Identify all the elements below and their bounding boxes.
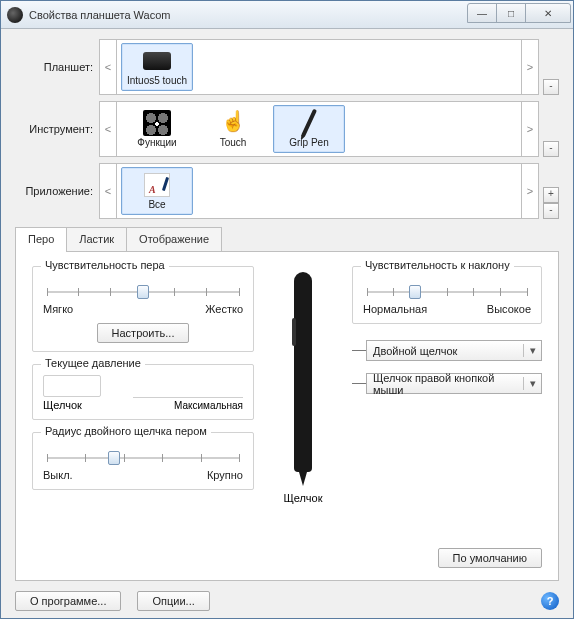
functions-icon bbox=[143, 110, 171, 136]
maximize-button[interactable]: □ bbox=[496, 3, 526, 23]
tab-strip: Перо Ластик Отображение bbox=[15, 227, 559, 251]
dblclick-slider[interactable] bbox=[47, 449, 239, 467]
tool-label: Инструмент: bbox=[15, 123, 99, 135]
pen-illustration bbox=[294, 272, 312, 472]
tilt-high-label: Высокое bbox=[487, 303, 531, 315]
tip-feel-soft-label: Мягко bbox=[43, 303, 73, 315]
pressure-click-label: Щелчок bbox=[43, 399, 101, 411]
upper-button-value: Двойной щелчок bbox=[367, 345, 523, 357]
group-current-pressure: Текущее давление Щелчок Максимальная bbox=[32, 364, 254, 420]
group-tilt: Чувствительность к наклону Нормальная Вы… bbox=[352, 266, 542, 324]
window-title: Свойства планшета Wacom bbox=[29, 9, 468, 21]
dblclick-large-label: Крупно bbox=[207, 469, 243, 481]
app-add-button[interactable]: + bbox=[543, 187, 559, 203]
tool-gallery: Функции ☝ Touch Grip Pen bbox=[117, 101, 521, 157]
options-button[interactable]: Опции... bbox=[137, 591, 209, 611]
customize-button[interactable]: Настроить... bbox=[97, 323, 190, 343]
tablet-gallery: Intuos5 touch bbox=[117, 39, 521, 95]
pen-icon bbox=[301, 109, 317, 138]
app-prev-button[interactable]: < bbox=[99, 163, 117, 219]
close-button[interactable]: ✕ bbox=[525, 3, 571, 23]
dblclick-title: Радиус двойного щелчка пером bbox=[41, 425, 211, 437]
pressure-title: Текущее давление bbox=[41, 357, 145, 369]
wacom-properties-window: Свойства планшета Wacom — □ ✕ Планшет: <… bbox=[0, 0, 574, 619]
tool-next-button[interactable]: > bbox=[521, 101, 539, 157]
tablet-label: Планшет: bbox=[15, 61, 99, 73]
tab-eraser[interactable]: Ластик bbox=[66, 227, 127, 251]
minimize-button[interactable]: — bbox=[467, 3, 497, 23]
lower-button-combo[interactable]: Щелчок правой кнопкой мыши ▾ bbox=[366, 373, 542, 394]
app-next-button[interactable]: > bbox=[521, 163, 539, 219]
tip-feel-slider[interactable] bbox=[47, 283, 239, 301]
touch-icon: ☝ bbox=[221, 109, 246, 133]
pressure-max-label: Максимальная bbox=[133, 400, 243, 411]
group-tip-feel: Чувствительность пера Мягко Жестко Настр… bbox=[32, 266, 254, 352]
chevron-down-icon: ▾ bbox=[523, 344, 541, 357]
upper-button-combo[interactable]: Двойной щелчок ▾ bbox=[366, 340, 542, 361]
tilt-slider[interactable] bbox=[367, 283, 527, 301]
pen-tip-label: Щелчок bbox=[284, 492, 323, 504]
tablet-icon bbox=[143, 52, 171, 70]
tab-pen[interactable]: Перо bbox=[15, 227, 67, 251]
tab-mapping[interactable]: Отображение bbox=[126, 227, 222, 251]
dblclick-off-label: Выкл. bbox=[43, 469, 73, 481]
tilt-normal-label: Нормальная bbox=[363, 303, 427, 315]
tool-item-functions[interactable]: Функции bbox=[121, 105, 193, 153]
tilt-title: Чувствительность к наклону bbox=[361, 259, 514, 271]
app-gallery: Все bbox=[117, 163, 521, 219]
tab-page-pen: Чувствительность пера Мягко Жестко Настр… bbox=[15, 251, 559, 581]
app-label: Приложение: bbox=[15, 185, 99, 197]
tip-feel-firm-label: Жестко bbox=[205, 303, 243, 315]
tablet-prev-button[interactable]: < bbox=[99, 39, 117, 95]
lower-button-value: Щелчок правой кнопкой мыши bbox=[367, 372, 523, 396]
tool-prev-button[interactable]: < bbox=[99, 101, 117, 157]
app-icon bbox=[7, 7, 23, 23]
pressure-test-area[interactable] bbox=[43, 375, 101, 397]
group-double-click: Радиус двойного щелчка пером Выкл. Крупн… bbox=[32, 432, 254, 490]
tablet-remove-button[interactable]: - bbox=[543, 79, 559, 95]
tablet-next-button[interactable]: > bbox=[521, 39, 539, 95]
tablet-item-intuos5[interactable]: Intuos5 touch bbox=[121, 43, 193, 91]
tool-remove-button[interactable]: - bbox=[543, 141, 559, 157]
titlebar[interactable]: Свойства планшета Wacom — □ ✕ bbox=[1, 1, 573, 29]
about-button[interactable]: О программе... bbox=[15, 591, 121, 611]
app-item-all[interactable]: Все bbox=[121, 167, 193, 215]
chevron-down-icon: ▾ bbox=[523, 377, 541, 390]
help-icon[interactable]: ? bbox=[541, 592, 559, 610]
default-button[interactable]: По умолчанию bbox=[438, 548, 542, 568]
tool-item-touch[interactable]: ☝ Touch bbox=[197, 105, 269, 153]
all-apps-icon bbox=[144, 173, 170, 197]
app-remove-button[interactable]: - bbox=[543, 203, 559, 219]
tip-feel-title: Чувствительность пера bbox=[41, 259, 169, 271]
tool-item-grip-pen[interactable]: Grip Pen bbox=[273, 105, 345, 153]
